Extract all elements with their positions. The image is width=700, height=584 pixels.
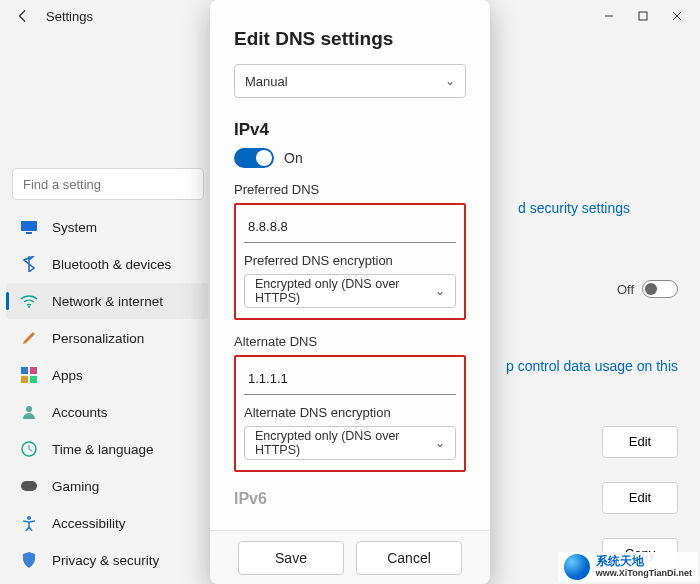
security-settings-link[interactable]: d security settings [518, 200, 630, 216]
nav-label: Accounts [52, 405, 108, 420]
edit-button-1[interactable]: Edit [602, 426, 678, 458]
cancel-button[interactable]: Cancel [356, 541, 462, 575]
apps-icon [20, 366, 38, 384]
preferred-dns-label: Preferred DNS [234, 182, 466, 197]
edit-dns-modal: Edit DNS settings Manual ⌄ IPv4 On Prefe… [210, 0, 490, 584]
arrow-left-icon [16, 9, 30, 23]
nav-label: Personalization [52, 331, 144, 346]
sidebar-item-apps[interactable]: Apps [6, 357, 208, 393]
sidebar-item-accessibility[interactable]: Accessibility [6, 505, 208, 541]
modal-footer: Save Cancel [210, 530, 490, 584]
nav-label: Gaming [52, 479, 99, 494]
watermark-url: www.XiTongTianDi.net [596, 569, 692, 579]
window-title: Settings [46, 9, 93, 24]
svg-rect-7 [21, 376, 28, 383]
toggle-state-label: On [284, 150, 303, 166]
preferred-encryption-select[interactable]: Encrypted only (DNS over HTTPS) ⌄ [244, 274, 456, 308]
chevron-down-icon: ⌄ [445, 74, 455, 88]
sidebar-item-update[interactable]: Windows Update [6, 579, 208, 584]
toggle-row: Off [617, 280, 678, 298]
alternate-encryption-select[interactable]: Encrypted only (DNS over HTTPS) ⌄ [244, 426, 456, 460]
close-button[interactable] [660, 2, 694, 30]
ipv6-heading: IPv6 [234, 490, 466, 508]
bluetooth-icon [20, 255, 38, 273]
back-button[interactable] [6, 2, 40, 30]
svg-rect-6 [30, 367, 37, 374]
preferred-dns-input[interactable] [244, 211, 456, 243]
sidebar-item-system[interactable]: System [6, 209, 208, 245]
nav-label: Accessibility [52, 516, 126, 531]
highlight-box-preferred: Preferred DNS encryption Encrypted only … [234, 203, 466, 320]
dns-mode-select[interactable]: Manual ⌄ [234, 64, 466, 98]
select-value: Encrypted only (DNS over HTTPS) [255, 277, 435, 305]
svg-rect-11 [21, 481, 37, 491]
ipv4-heading: IPv4 [234, 120, 466, 140]
close-icon [672, 11, 682, 21]
toggle-switch-off[interactable] [642, 280, 678, 298]
watermark: 系统天地 www.XiTongTianDi.net [558, 552, 698, 582]
nav-label: Bluetooth & devices [52, 257, 171, 272]
chevron-down-icon: ⌄ [435, 436, 445, 450]
wifi-icon [20, 292, 38, 310]
accessibility-icon [20, 514, 38, 532]
sidebar: System Bluetooth & devices Network & int… [0, 32, 214, 584]
search-input[interactable] [13, 169, 203, 199]
globe-icon [564, 554, 590, 580]
select-value: Manual [245, 74, 288, 89]
watermark-text: 系统天地 [596, 555, 692, 568]
monitor-icon [20, 218, 38, 236]
svg-point-9 [26, 406, 32, 412]
chevron-down-icon: ⌄ [435, 284, 445, 298]
sidebar-item-personalisation[interactable]: Personalization [6, 320, 208, 356]
shield-icon [20, 551, 38, 569]
brush-icon [20, 329, 38, 347]
clock-globe-icon [20, 440, 38, 458]
maximize-button[interactable] [626, 2, 660, 30]
select-value: Encrypted only (DNS over HTTPS) [255, 429, 435, 457]
user-icon [20, 403, 38, 421]
maximize-icon [638, 11, 648, 21]
svg-rect-2 [21, 221, 37, 231]
sidebar-item-bluetooth[interactable]: Bluetooth & devices [6, 246, 208, 282]
alternate-enc-label: Alternate DNS encryption [244, 405, 456, 420]
sidebar-item-privacy[interactable]: Privacy & security [6, 542, 208, 578]
svg-rect-8 [30, 376, 37, 383]
svg-rect-3 [26, 232, 32, 234]
svg-point-12 [27, 516, 31, 520]
sidebar-item-time[interactable]: Time & language [6, 431, 208, 467]
minimize-icon [604, 11, 614, 21]
alternate-dns-input[interactable] [244, 363, 456, 395]
minimize-button[interactable] [592, 2, 626, 30]
nav-label: Apps [52, 368, 83, 383]
ipv4-toggle[interactable] [234, 148, 274, 168]
svg-point-4 [28, 306, 30, 308]
svg-rect-1 [639, 12, 647, 20]
sidebar-item-gaming[interactable]: Gaming [6, 468, 208, 504]
preferred-enc-label: Preferred DNS encryption [244, 253, 456, 268]
modal-title: Edit DNS settings [234, 28, 466, 50]
nav-label: Privacy & security [52, 553, 159, 568]
gaming-icon [20, 477, 38, 495]
nav-label: System [52, 220, 97, 235]
nav-label: Time & language [52, 442, 154, 457]
alternate-dns-label: Alternate DNS [234, 334, 466, 349]
ipv4-toggle-row: On [234, 148, 466, 168]
svg-rect-5 [21, 367, 28, 374]
window-controls [592, 2, 694, 30]
off-label: Off [617, 282, 634, 297]
edit-button-2[interactable]: Edit [602, 482, 678, 514]
sidebar-item-accounts[interactable]: Accounts [6, 394, 208, 430]
highlight-box-alternate: Alternate DNS encryption Encrypted only … [234, 355, 466, 472]
save-button[interactable]: Save [238, 541, 344, 575]
nav-list: System Bluetooth & devices Network & int… [0, 208, 214, 584]
search-input-wrap[interactable] [12, 168, 204, 200]
nav-label: Network & internet [52, 294, 163, 309]
data-usage-link[interactable]: p control data usage on this [506, 358, 678, 374]
sidebar-item-network[interactable]: Network & internet [6, 283, 208, 319]
